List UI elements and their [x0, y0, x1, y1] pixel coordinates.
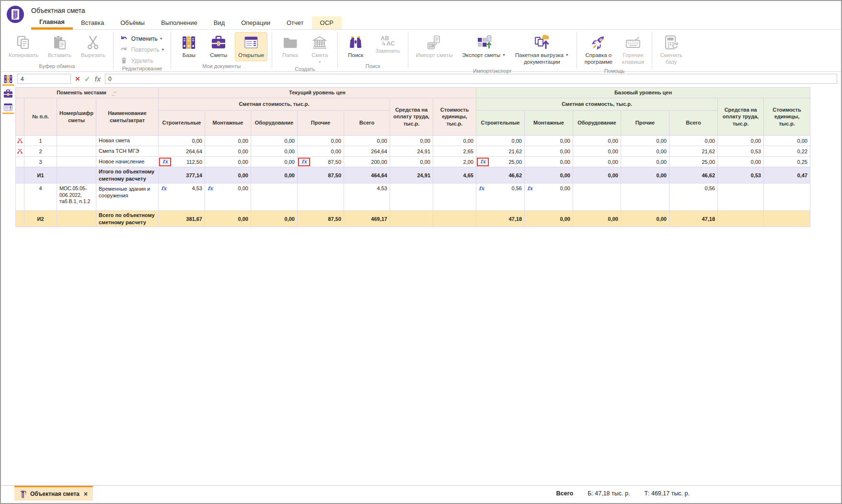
ribbon-tab-vstavka[interactable]: Вставка [73, 16, 112, 29]
cell[interactable]: 25,00 [669, 157, 718, 167]
cell[interactable] [718, 183, 764, 211]
cell[interactable]: 0,53 [718, 167, 764, 183]
cell[interactable]: 24,91 [390, 167, 433, 183]
cell[interactable]: 0,00 [621, 146, 669, 157]
cell[interactable] [251, 183, 298, 211]
cell-num[interactable]: И1 [24, 167, 57, 183]
copy-button[interactable]: Копировать [5, 32, 42, 61]
cell[interactable]: 264,64 [159, 146, 205, 157]
cell[interactable]: 0,00 [764, 136, 810, 146]
cell[interactable]: 0,00 [344, 136, 390, 146]
document-tab[interactable]: Объектная смета × [14, 486, 93, 501]
cell[interactable]: 0,00 [251, 167, 298, 183]
cell[interactable]: 0,00 [205, 167, 251, 183]
cell-name[interactable]: Новое начисление [96, 157, 159, 167]
swap-rows-icon[interactable] [17, 137, 23, 143]
swap-rows-icon[interactable] [17, 148, 23, 154]
cell-name[interactable]: Смета ТСН МГЭ [96, 146, 159, 157]
cell[interactable]: fx25,00 [476, 157, 525, 167]
cell[interactable] [718, 211, 764, 227]
close-tab-icon[interactable]: × [84, 490, 88, 498]
cell-name[interactable]: Новая смета [96, 136, 159, 146]
cell[interactable]: 0,00 [433, 136, 476, 146]
cell[interactable]: 21,62 [476, 146, 525, 157]
cell[interactable]: 0,00 [525, 157, 573, 167]
cell-name[interactable]: Итого по объектному сметному расчету [96, 167, 159, 183]
cell-num[interactable]: 4 [24, 183, 57, 211]
cell[interactable]: fx4,53 [159, 183, 205, 211]
row-marker-cell[interactable] [16, 157, 24, 167]
cell[interactable]: 0,00 [525, 136, 573, 146]
cell[interactable]: 24,91 [390, 146, 433, 157]
cell[interactable]: 0,00 [573, 136, 621, 146]
cell[interactable]: 0,00 [621, 167, 669, 183]
cell[interactable]: 0,00 [298, 146, 344, 157]
cut-button[interactable]: Вырезать [78, 32, 109, 61]
cell[interactable]: 46,62 [476, 167, 525, 183]
cell[interactable] [390, 211, 433, 227]
cell[interactable]: 0,00 [205, 136, 251, 146]
cell[interactable]: 0,00 [205, 211, 251, 227]
cell-name[interactable]: Временные здания и сооружения [96, 183, 159, 211]
cell[interactable]: 0,00 [573, 146, 621, 157]
paste-button[interactable]: Вставить [45, 32, 75, 61]
cell[interactable]: 0,00 [718, 157, 764, 167]
cell[interactable]: 0,00 [718, 136, 764, 146]
cell[interactable]: 0,00 [298, 136, 344, 146]
cell[interactable]: 0,00 [573, 211, 621, 227]
cell[interactable]: 0,00 [525, 146, 573, 157]
cell[interactable]: 0,00 [205, 157, 251, 167]
databases-button[interactable]: Базы [175, 32, 202, 61]
batch-export-button[interactable]: Пакетная выгрузка▼документации [512, 32, 572, 68]
about-button[interactable]: Справка опрограмме [581, 32, 616, 68]
cancel-icon[interactable]: × [75, 75, 80, 83]
cell-num[interactable]: И2 [24, 211, 57, 227]
cell-num[interactable]: 3 [24, 157, 57, 167]
cell[interactable]: 46,62 [669, 167, 718, 183]
cell[interactable]: 0,47 [764, 167, 810, 183]
cell[interactable]: 87,50 [298, 211, 344, 227]
cell[interactable]: 0,00 [390, 157, 433, 167]
cell[interactable]: 200,00 [344, 157, 390, 167]
cell[interactable]: 0,00 [251, 211, 298, 227]
cell[interactable]: 377,14 [159, 167, 205, 183]
cell[interactable]: 0,00 [476, 136, 525, 146]
cell[interactable] [433, 183, 476, 211]
row-marker-cell[interactable] [16, 167, 24, 183]
open-documents-mini-button[interactable] [2, 102, 14, 114]
cell[interactable]: 4,53 [344, 183, 390, 211]
row-marker-cell[interactable] [16, 136, 24, 146]
ribbon-tab-osr[interactable]: ОСР [312, 16, 342, 29]
ribbon-tab-vypolnenie[interactable]: Выполнение [153, 16, 206, 29]
hotkeys-button[interactable]: Горячиеклавиши [619, 32, 647, 68]
cell[interactable]: 0,00 [621, 211, 669, 227]
export-estimate-button[interactable]: Экспорт сметы▼ [459, 32, 509, 61]
confirm-icon[interactable]: ✓ [84, 75, 91, 83]
ribbon-tab-operacii[interactable]: Операции [233, 16, 278, 29]
cell[interactable]: 0,00 [251, 157, 298, 167]
cell[interactable]: 0,56 [669, 183, 718, 211]
swap-rows-header[interactable]: Поменять местами→← [16, 88, 159, 98]
cell[interactable]: 0,00 [525, 167, 573, 183]
cell-code[interactable] [57, 167, 96, 183]
cell-code[interactable] [57, 136, 96, 146]
import-estimate-button[interactable]: Импорт сметы [413, 32, 456, 61]
cell[interactable]: fx112,50 [159, 157, 205, 167]
cell[interactable]: 87,50 [298, 167, 344, 183]
row-marker-cell[interactable] [16, 146, 24, 157]
cell[interactable]: 0,00 [525, 211, 573, 227]
cell-num[interactable]: 1 [24, 136, 57, 146]
cell[interactable]: 0,00 [621, 136, 669, 146]
cell[interactable]: 0,00 [251, 146, 298, 157]
cell[interactable]: 0,00 [251, 136, 298, 146]
cell-reference-input[interactable] [17, 74, 71, 84]
cell[interactable]: 47,18 [669, 211, 718, 227]
cell[interactable]: 0,00 [573, 157, 621, 167]
cell-name[interactable]: Всего по объектному сметному расчету [96, 211, 159, 227]
open-documents-button[interactable]: Открытые [235, 32, 267, 61]
cell[interactable]: fx87,50 [298, 157, 344, 167]
replace-button[interactable]: AB↳ACЗаменить [372, 32, 404, 57]
cell[interactable]: 0,22 [764, 146, 810, 157]
cell-code[interactable] [57, 157, 96, 167]
estimates-button[interactable]: Сметы [205, 32, 232, 61]
